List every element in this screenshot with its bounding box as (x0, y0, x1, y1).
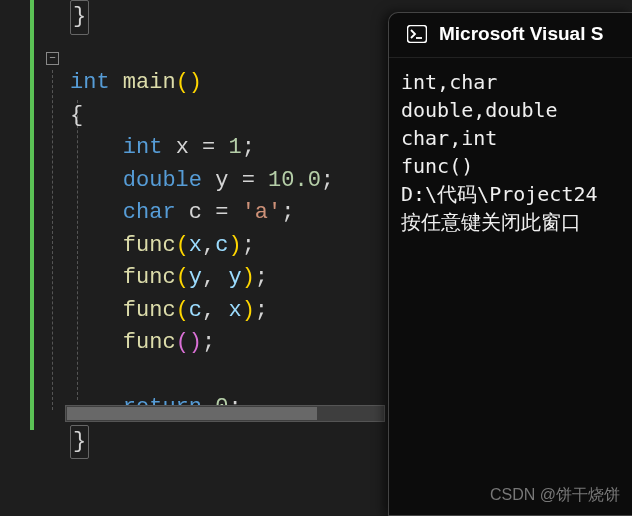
horizontal-scrollbar[interactable] (65, 405, 385, 422)
output-line: int,char (401, 68, 620, 96)
brace-match: } (70, 0, 89, 35)
code-block[interactable]: } int main() { int x = 1; double y = 10.… (70, 0, 334, 459)
console-window[interactable]: Microsoft Visual S int,char double,doubl… (388, 12, 632, 516)
indent-guide (52, 70, 53, 410)
console-title: Microsoft Visual S (439, 23, 603, 45)
console-output: int,char double,double char,int func() D… (389, 58, 632, 246)
output-line: char,int (401, 124, 620, 152)
output-line: D:\代码\Project24 (401, 180, 620, 208)
scrollbar-thumb[interactable] (67, 407, 317, 420)
terminal-icon (407, 25, 427, 43)
output-line: double,double (401, 96, 620, 124)
fold-toggle[interactable]: − (46, 52, 59, 65)
console-titlebar[interactable]: Microsoft Visual S (389, 13, 632, 58)
change-indicator (30, 0, 34, 430)
svg-rect-0 (408, 26, 427, 43)
output-line: func() (401, 152, 620, 180)
output-line: 按任意键关闭此窗口 (401, 208, 620, 236)
watermark: CSDN @饼干烧饼 (490, 485, 620, 506)
brace-match-close: } (70, 425, 89, 460)
